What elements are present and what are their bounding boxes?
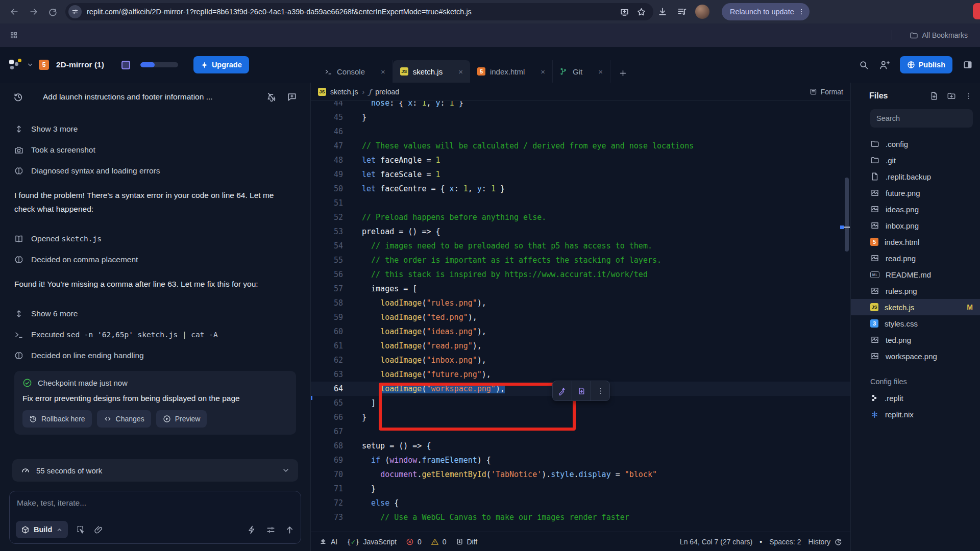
tab-git[interactable]: Git× bbox=[553, 60, 610, 83]
file-item-read-png[interactable]: read.png bbox=[851, 250, 980, 266]
code-line-58[interactable]: 58 loadImage("rules.png"), bbox=[311, 296, 850, 310]
code-line-69[interactable]: 69 if (window.frameElement) { bbox=[311, 453, 850, 467]
editor-scrollbar[interactable] bbox=[845, 178, 849, 252]
agent-action-item[interactable]: Took a screenshot bbox=[14, 139, 296, 160]
code-area[interactable]: 44 nose: { x: 1, y: 1 }45}4647// These v… bbox=[311, 101, 850, 532]
bookmark-star-icon[interactable] bbox=[636, 7, 646, 17]
build-mode-button[interactable]: Build bbox=[16, 521, 68, 538]
code-line-60[interactable]: 60 loadImage("ideas.png"), bbox=[311, 324, 850, 339]
agent-action-item[interactable]: Executed sed -n '62,65p' sketch.js | cat… bbox=[14, 324, 296, 345]
reload-icon[interactable] bbox=[48, 7, 58, 17]
history-button[interactable]: History bbox=[808, 538, 842, 546]
code-line-61[interactable]: 61 loadImage("read.png"), bbox=[311, 339, 850, 353]
code-line-45[interactable]: 45} bbox=[311, 110, 850, 124]
repl-name[interactable]: 2D-mirror (1) bbox=[56, 60, 104, 69]
url-text[interactable]: replit.com/@alfkeih/2D-mirror-1?replId=8… bbox=[87, 8, 620, 16]
file-item-styles-css[interactable]: 3styles.css bbox=[851, 315, 980, 332]
files-menu-icon[interactable] bbox=[964, 92, 973, 101]
chevron-down-icon[interactable] bbox=[282, 466, 290, 474]
agent-action-item[interactable]: Diagnosed syntax and loading errors bbox=[14, 160, 296, 181]
avatar[interactable] bbox=[695, 5, 709, 19]
file-item--replit-backup[interactable]: .replit.backup bbox=[851, 168, 980, 185]
file-item-replit-nix[interactable]: replit.nix bbox=[851, 406, 980, 422]
new-folder-icon[interactable] bbox=[947, 91, 956, 101]
tab-console[interactable]: Console× bbox=[317, 60, 393, 83]
agent-action-item[interactable]: Show 6 more bbox=[14, 303, 296, 324]
agent-action-item[interactable]: Show 3 more bbox=[14, 118, 296, 139]
attach-icon[interactable] bbox=[94, 525, 104, 535]
code-line-70[interactable]: 70 document.getElementById('TabNotice').… bbox=[311, 467, 850, 482]
format-button[interactable]: Format bbox=[810, 88, 843, 96]
new-tab-icon[interactable] bbox=[619, 69, 627, 78]
errors-status[interactable]: 0 bbox=[406, 538, 422, 546]
close-icon[interactable]: × bbox=[381, 67, 385, 76]
new-file-icon[interactable] bbox=[929, 91, 939, 101]
file-item-README-md[interactable]: M↓README.md bbox=[851, 266, 980, 283]
code-line-63[interactable]: 63 loadImage("future.png"), bbox=[311, 367, 850, 382]
code-line-49[interactable]: 49let faceScale = 1 bbox=[311, 167, 850, 182]
close-icon[interactable]: × bbox=[458, 67, 463, 76]
history-icon[interactable] bbox=[13, 92, 23, 102]
upgrade-button[interactable]: Upgrade bbox=[193, 56, 249, 73]
layout-panel-icon[interactable] bbox=[963, 60, 973, 70]
relaunch-menu-icon[interactable] bbox=[797, 8, 805, 16]
code-line-68[interactable]: 68setup = () => { bbox=[311, 439, 850, 453]
more-options-icon[interactable] bbox=[591, 381, 609, 400]
downloads-icon[interactable] bbox=[657, 7, 668, 17]
file-item-rules-png[interactable]: rules.png bbox=[851, 283, 980, 299]
breadcrumb-file[interactable]: sketch.js bbox=[330, 88, 358, 96]
media-list-icon[interactable] bbox=[677, 7, 687, 17]
files-search-input[interactable]: Search bbox=[870, 109, 973, 128]
code-line-54[interactable]: 54 // images need to be preloaded so tha… bbox=[311, 239, 850, 253]
file-item-index-html[interactable]: 5index.html bbox=[851, 234, 980, 250]
quick-action-icon[interactable] bbox=[247, 525, 257, 535]
cursor-position[interactable]: Ln 64, Col 7 (27 chars) bbox=[680, 538, 752, 546]
code-line-53[interactable]: 53preload = () => { bbox=[311, 224, 850, 239]
code-line-51[interactable]: 51 bbox=[311, 196, 850, 210]
agent-prompt-box[interactable]: Make, test, iterate... Build bbox=[9, 491, 301, 544]
all-bookmarks-button[interactable]: All Bookmarks bbox=[910, 31, 968, 40]
publish-button[interactable]: Publish bbox=[900, 56, 952, 73]
send-icon[interactable] bbox=[285, 525, 295, 535]
agent-action-item[interactable]: Decided on comma placement bbox=[14, 249, 296, 270]
file-item--replit[interactable]: .replit bbox=[851, 390, 980, 406]
code-line-47[interactable]: 47// These values will be calculated / d… bbox=[311, 139, 850, 153]
apps-grid-icon[interactable] bbox=[9, 31, 18, 40]
agent-action-item[interactable]: Opened sketch.js bbox=[14, 228, 296, 249]
code-line-55[interactable]: 55 // the order is important as it affec… bbox=[311, 253, 850, 267]
back-icon[interactable] bbox=[9, 7, 19, 17]
breadcrumb-symbol[interactable]: preload bbox=[375, 88, 399, 96]
file-item-workspace-png[interactable]: workspace.png bbox=[851, 348, 980, 364]
file-item-future-png[interactable]: future.png bbox=[851, 185, 980, 201]
warnings-status[interactable]: 0 bbox=[431, 538, 447, 546]
search-icon[interactable] bbox=[859, 60, 869, 70]
site-settings-icon[interactable] bbox=[68, 5, 82, 18]
tab-index-html[interactable]: 5index.html× bbox=[470, 60, 553, 83]
replit-logo[interactable] bbox=[8, 58, 21, 71]
file-item-ted-png[interactable]: ted.png bbox=[851, 332, 980, 348]
open-in-pane-icon[interactable] bbox=[572, 381, 591, 400]
code-line-73[interactable]: 73 // Use a WebGL Canvas to make our ima… bbox=[311, 510, 850, 524]
changes-button[interactable]: Changes bbox=[97, 410, 151, 428]
code-line-52[interactable]: 52// Preload happens before anything els… bbox=[311, 210, 850, 224]
file-item-ideas-png[interactable]: ideas.png bbox=[851, 201, 980, 217]
code-line-56[interactable]: 56 // this stack is inspired by https://… bbox=[311, 267, 850, 282]
code-line-57[interactable]: 57 images = [ bbox=[311, 282, 850, 296]
code-line-48[interactable]: 48let faceAngle = 1 bbox=[311, 153, 850, 167]
file-item-inbox-png[interactable]: inbox.png bbox=[851, 217, 980, 234]
code-line-44[interactable]: 44 nose: { x: 1, y: 1 } bbox=[311, 101, 850, 110]
element-select-icon[interactable] bbox=[76, 525, 86, 535]
address-bar[interactable]: replit.com/@alfkeih/2D-mirror-1?replId=8… bbox=[65, 3, 653, 20]
close-icon[interactable]: × bbox=[598, 67, 603, 76]
bell-muted-icon[interactable] bbox=[266, 92, 277, 102]
resource-icon[interactable] bbox=[121, 61, 130, 69]
ai-status[interactable]: AI bbox=[319, 538, 337, 546]
code-line-50[interactable]: 50let faceCentre = { x: 1, y: 1 } bbox=[311, 182, 850, 196]
file-item--git[interactable]: .git bbox=[851, 152, 980, 168]
code-line-71[interactable]: 71 } bbox=[311, 482, 850, 496]
file-item--config[interactable]: .config bbox=[851, 136, 980, 152]
forward-icon[interactable] bbox=[29, 7, 39, 17]
chevron-down-icon[interactable] bbox=[27, 61, 34, 68]
code-line-59[interactable]: 59 loadImage("ted.png"), bbox=[311, 310, 850, 324]
install-icon[interactable] bbox=[620, 7, 629, 17]
